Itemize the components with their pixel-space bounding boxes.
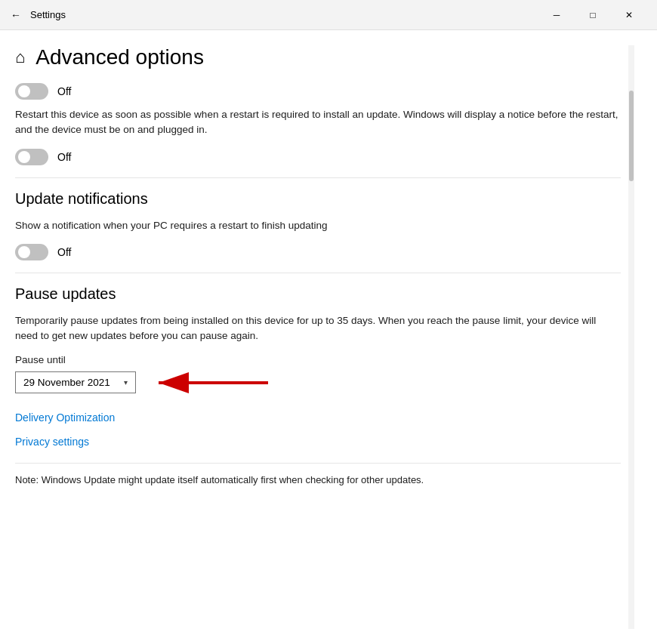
privacy-settings-link[interactable]: Privacy settings <box>15 436 621 448</box>
update-notifications-title: Update notifications <box>15 190 621 208</box>
title-bar-title: Settings <box>30 9 66 20</box>
red-arrow-icon <box>151 372 272 393</box>
restart-toggle[interactable] <box>15 83 48 100</box>
notification-toggle[interactable] <box>15 244 48 260</box>
title-bar: ← Settings ─ □ ✕ <box>0 0 657 30</box>
pause-date-dropdown[interactable]: 29 November 2021 ▾ <box>15 371 136 393</box>
maximize-button[interactable]: □ <box>575 3 610 27</box>
scrollbar[interactable] <box>628 45 634 629</box>
dropdown-row: 29 November 2021 ▾ <box>15 371 621 393</box>
update-notifications-description: Show a notification when your PC require… <box>15 218 621 233</box>
dropdown-value: 29 November 2021 <box>23 377 110 388</box>
pause-updates-description: Temporarily pause updates from being ins… <box>15 313 621 344</box>
restart-toggle2[interactable] <box>15 149 48 165</box>
delivery-optimization-link[interactable]: Delivery Optimization <box>15 411 621 424</box>
home-icon: ⌂ <box>15 48 25 67</box>
title-bar-controls: ─ □ ✕ <box>539 3 646 27</box>
toggle2-row: Off <box>15 149 621 165</box>
divider2 <box>15 273 621 273</box>
main-content: ⌂ Advanced options Off Restart this devi… <box>15 45 628 629</box>
pause-until-label: Pause until <box>15 354 621 365</box>
back-button[interactable]: ← <box>11 9 21 21</box>
toggle2-label: Off <box>57 151 71 163</box>
title-bar-left: ← Settings <box>11 9 66 21</box>
toggle3-row: Off <box>15 244 621 260</box>
scrollbar-thumb[interactable] <box>629 91 634 181</box>
toggle1-label: Off <box>57 85 71 97</box>
content-area: ⌂ Advanced options Off Restart this devi… <box>0 30 657 644</box>
page-title: Advanced options <box>35 45 204 69</box>
toggle3-label: Off <box>57 246 71 258</box>
note-text: Note: Windows Update might update itself… <box>15 463 621 488</box>
pause-updates-section: Pause updates Temporarily pause updates … <box>15 285 621 394</box>
restart-description: Restart this device as soon as possible … <box>15 107 621 138</box>
minimize-button[interactable]: ─ <box>539 3 574 27</box>
page-header: ⌂ Advanced options <box>15 45 621 69</box>
arrow-indicator <box>151 372 272 393</box>
divider1 <box>15 177 621 178</box>
close-button[interactable]: ✕ <box>612 3 646 27</box>
chevron-down-icon: ▾ <box>124 378 128 387</box>
pause-updates-title: Pause updates <box>15 285 621 303</box>
toggle1-row: Off <box>15 83 621 100</box>
